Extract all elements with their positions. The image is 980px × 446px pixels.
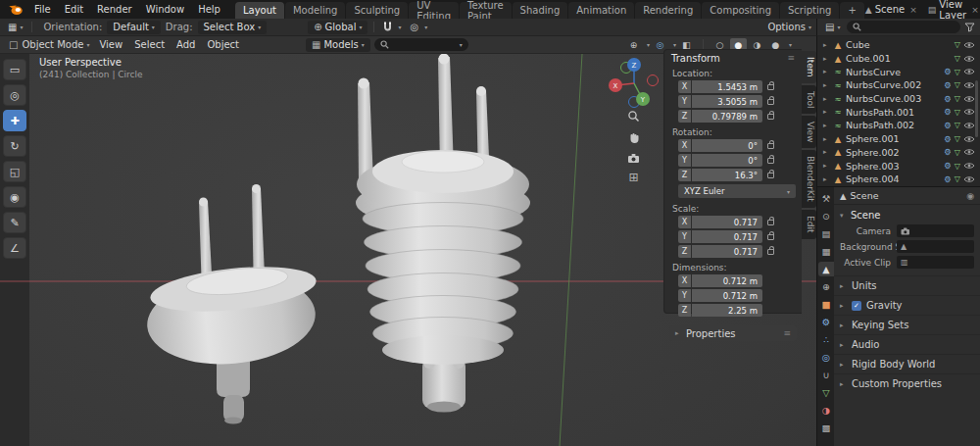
scale-y-field[interactable]: 0.717 [692,230,762,243]
pan-button[interactable] [627,131,640,144]
menu-object[interactable]: Object [201,39,245,50]
outliner-item[interactable]: ▸≈NurbsCurve.003⚙▽ [817,92,980,106]
location-y-field[interactable]: 3.5055 m [692,95,762,108]
camera-view-button[interactable] [627,153,640,164]
tab-compositing[interactable]: Compositing [702,2,779,19]
menu-file[interactable]: File [27,2,58,17]
overlays-options-chevron[interactable]: ▾ [673,41,676,48]
outliner-display-mode-button[interactable]: ▤▾ [822,22,843,32]
outliner-item[interactable]: ▸▲Sphere.002⚙▽ [817,146,980,160]
tab-rendering[interactable]: Rendering [635,2,701,19]
tab-layout[interactable]: Layout [235,2,284,19]
zoom-button[interactable] [627,110,640,123]
tool-scale[interactable]: ◱ [3,161,26,182]
transform-panel-header[interactable]: Transform ≡ [664,50,802,66]
tab-modeling[interactable]: Modeling [285,2,346,19]
tab-material-properties[interactable]: ◑ [818,403,834,418]
visibility-eye-icon[interactable] [963,135,975,143]
tool-cursor[interactable]: ◎ [3,84,26,106]
visibility-eye-icon[interactable] [963,95,975,103]
tab-particle-properties[interactable]: ∴ [818,332,834,347]
gizmo-toggle[interactable]: ⊕ [625,38,642,52]
proportional-options-chevron[interactable]: ▾ [424,24,427,30]
editor-type-button[interactable]: ▦▾ [5,22,25,32]
add-workspace-button[interactable]: + [840,2,863,19]
expand-arrow-icon[interactable]: ▸ [823,81,830,89]
tab-sculpting[interactable]: Sculpting [346,2,408,19]
tab-tool-properties[interactable]: ⚒ [818,191,834,206]
expand-arrow-icon[interactable]: ▸ [823,108,830,116]
tab-texture-paint[interactable]: Texture Paint [460,2,512,19]
dimensions-z-field[interactable]: 2.25 m [692,304,762,317]
sidebar-tab-item[interactable]: Item [802,51,816,83]
outliner-item[interactable]: ▸▲Sphere.003⚙▽ [817,159,980,173]
navigation-gizmo[interactable]: Z X Y [606,55,662,112]
tab-object-properties[interactable]: ■ [818,297,834,312]
active-clip-field[interactable]: ▥ [897,256,974,269]
view-layer-remove-icon[interactable]: × [971,5,979,15]
blender-logo-icon[interactable] [8,4,24,16]
tab-world-properties[interactable]: ⊕ [818,279,834,294]
tab-animation[interactable]: Animation [568,2,634,19]
sidebar-tab-edit[interactable]: Edit [802,210,816,238]
visibility-eye-icon[interactable] [963,175,975,183]
expand-arrow-icon[interactable]: ▸ [823,55,830,63]
lock-icon[interactable] [767,220,774,225]
scene-unlink-icon[interactable]: × [909,5,917,15]
tab-scripting[interactable]: Scripting [780,2,839,19]
tool-move[interactable]: ✚ [3,110,26,131]
scene-section-header[interactable]: ▾ Scene [834,205,980,223]
section-rigid-body-world[interactable]: ▸Rigid Body World [834,354,980,373]
expand-arrow-icon[interactable]: ▸ [823,135,830,143]
visibility-eye-icon[interactable] [963,55,975,63]
tool-annotate[interactable]: ✎ [3,212,26,233]
tool-select-box[interactable]: ▭ [3,59,26,80]
drag-grip-icon[interactable]: ≡ [787,53,795,63]
scale-z-field[interactable]: 0.717 [692,245,762,258]
location-z-field[interactable]: 0.79789 m [692,110,762,123]
drag-dropdown[interactable]: Select Box▾ [198,21,268,34]
visibility-eye-icon[interactable] [963,68,975,75]
blenderkit-category-dropdown[interactable]: ▦Models▾ [306,38,370,52]
lock-icon[interactable] [767,158,774,164]
object-large-insulator[interactable] [356,54,530,413]
tool-measure[interactable]: ∠ [3,237,26,259]
tab-constraint-properties[interactable]: ∪ [818,368,834,382]
outliner-scrollbar[interactable] [975,80,978,137]
expand-arrow-icon[interactable]: ▸ [823,162,830,170]
section-keying-sets[interactable]: ▸Keying Sets [834,315,980,334]
gravity-checkbox[interactable]: ✓ [852,301,861,311]
rotation-x-field[interactable]: 0° [692,139,762,152]
menu-help[interactable]: Help [191,2,227,17]
menu-add[interactable]: Add [171,39,201,50]
options-dropdown[interactable]: Options▾ [767,22,811,32]
tab-data-properties[interactable]: ▽ [818,385,834,400]
tool-transform[interactable]: ◉ [3,186,26,208]
section-units[interactable]: ▸Units [834,275,980,295]
object-small-insulator[interactable] [143,184,318,424]
section-audio[interactable]: ▸Audio [834,334,980,354]
sidebar-tab-view[interactable]: View [802,116,816,148]
expand-arrow-icon[interactable]: ▸ [823,68,830,75]
expand-arrow-icon[interactable]: ▸ [823,122,830,129]
lock-icon[interactable] [767,99,774,105]
dimensions-y-field[interactable]: 0.712 m [692,289,762,302]
expand-arrow-icon[interactable]: ▸ [823,41,830,49]
lock-icon[interactable] [767,234,774,240]
breadcrumb-scene[interactable]: Scene [851,190,879,201]
tab-uv-editing[interactable]: UV Editing [409,2,459,19]
outliner-item[interactable]: ▸≈NurbsCurve.002⚙▽ [817,78,980,92]
menu-view[interactable]: View [93,39,128,50]
tool-rotate[interactable]: ↻ [3,135,26,157]
outliner-item[interactable]: ▸≈NurbsPath.001⚙▽ [817,105,980,119]
snap-toggle[interactable] [380,22,395,32]
rotation-mode-dropdown[interactable]: XYZ Euler▾ [678,184,796,198]
visibility-eye-icon[interactable] [963,41,975,49]
menu-window[interactable]: Window [139,2,191,17]
outliner-item[interactable]: ▸▲Sphere.001⚙▽ [817,132,980,146]
tab-scene-properties[interactable]: ▲ [818,262,834,276]
background-scene-field[interactable]: ▲ [897,240,974,253]
mode-dropdown[interactable]: □Object Mode▾ [5,39,93,50]
expand-arrow-icon[interactable]: ▸ [823,95,830,103]
lock-icon[interactable] [767,143,774,149]
